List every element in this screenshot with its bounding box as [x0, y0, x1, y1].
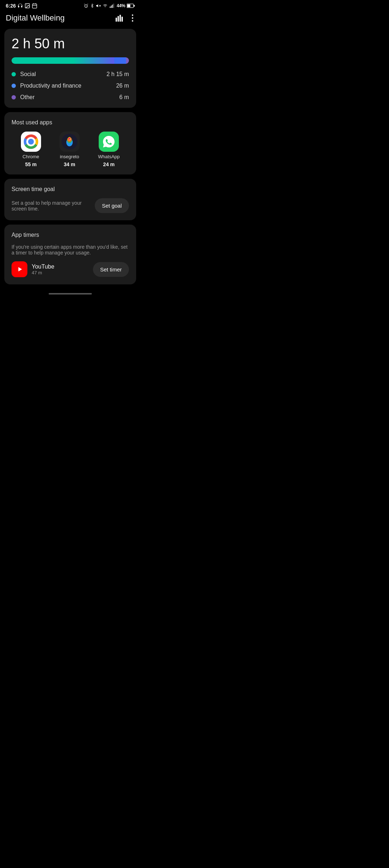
battery-icon: [127, 4, 135, 8]
svg-point-23: [132, 14, 133, 16]
more-icon: [132, 14, 133, 22]
most-used-title: Most used apps: [12, 119, 129, 126]
app-insegreto[interactable]: insegreto 34 m: [59, 132, 80, 167]
svg-rect-13: [111, 5, 112, 8]
cat-productivity-time: 26 m: [116, 83, 129, 89]
headphone-icon: [17, 3, 23, 9]
youtube-icon-wrapper: [12, 261, 27, 277]
app-timers-card: App timers If you're using certain apps …: [4, 225, 136, 284]
svg-rect-22: [121, 17, 123, 22]
youtube-app-name: YouTube: [32, 264, 54, 270]
goal-row: Set a goal to help manage your screen ti…: [12, 198, 129, 213]
apps-row: Chrome 55 m: [12, 132, 129, 167]
set-goal-button[interactable]: Set goal: [95, 198, 129, 213]
svg-point-25: [132, 20, 133, 22]
svg-rect-19: [116, 18, 117, 22]
bar-chart-icon: [115, 14, 123, 22]
set-timer-button[interactable]: Set timer: [93, 262, 129, 277]
cat-social-time: 2 h 15 m: [107, 71, 129, 78]
cat-social-label: Social: [20, 71, 36, 78]
youtube-timer-row: YouTube 47 m Set timer: [12, 261, 129, 277]
home-bar: [49, 293, 92, 294]
app-timers-description: If you're using certain apps more than y…: [12, 244, 129, 256]
screen-time-goal-card: Screen time goal Set a goal to help mana…: [4, 179, 136, 220]
bar-social: [12, 57, 114, 64]
bar-other: [126, 57, 129, 64]
app-chrome[interactable]: Chrome 55 m: [21, 132, 41, 167]
signal-icon: [109, 4, 115, 8]
category-other: Other 6 m: [12, 94, 129, 101]
goal-description: Set a goal to help manage your screen ti…: [12, 200, 90, 212]
category-social: Social 2 h 15 m: [12, 71, 129, 78]
youtube-app-time: 47 m: [32, 270, 54, 275]
whatsapp-time: 24 m: [103, 161, 115, 167]
chrome-time: 55 m: [25, 161, 37, 167]
svg-rect-17: [134, 5, 135, 6]
insegreto-name: insegreto: [60, 154, 79, 159]
whatsapp-icon: [103, 136, 115, 148]
bar-productivity: [114, 57, 126, 64]
app-timers-title: App timers: [12, 232, 129, 238]
usage-card: 2 h 50 m Social 2 h 15 m Productivity an…: [4, 29, 136, 108]
status-right: 44%: [84, 3, 135, 8]
chrome-icon-wrapper: [21, 132, 41, 152]
category-productivity: Productivity and finance 26 m: [12, 83, 129, 89]
home-indicator: [0, 289, 140, 297]
image-icon: [24, 3, 30, 9]
wifi-icon: [102, 4, 108, 8]
svg-rect-21: [120, 15, 121, 22]
youtube-icon: [15, 266, 24, 273]
chrome-icon: [22, 133, 40, 150]
insegreto-time: 34 m: [64, 161, 75, 167]
insegreto-icon-wrapper: [59, 132, 80, 152]
cat-productivity-label: Productivity and finance: [20, 83, 81, 89]
insegreto-icon: [62, 134, 77, 150]
mute-icon: [96, 3, 101, 8]
screen-goal-title: Screen time goal: [12, 186, 129, 192]
calendar-icon: [32, 3, 37, 9]
chrome-name: Chrome: [23, 154, 39, 159]
top-bar: Digital Wellbeing: [0, 10, 140, 29]
svg-rect-2: [32, 4, 37, 8]
dot-productivity: [12, 84, 16, 88]
usage-bar: [12, 57, 129, 64]
usage-total-time: 2 h 50 m: [12, 36, 129, 52]
chart-button[interactable]: [114, 13, 125, 23]
status-left: 6:26: [6, 3, 37, 9]
bluetooth-icon: [90, 3, 94, 8]
cat-other-time: 6 m: [119, 94, 129, 101]
dot-social: [12, 72, 16, 76]
status-bar: 6:26 44%: [0, 0, 140, 10]
svg-point-38: [70, 139, 71, 139]
svg-rect-20: [117, 16, 119, 22]
status-time: 6:26: [6, 3, 16, 9]
svg-rect-18: [127, 4, 130, 7]
battery-level: 44%: [117, 3, 125, 8]
top-bar-icons: [114, 13, 135, 23]
svg-point-11: [105, 7, 105, 8]
svg-point-29: [28, 139, 34, 145]
svg-point-1: [26, 5, 27, 5]
page-title: Digital Wellbeing: [6, 13, 64, 23]
whatsapp-icon-wrapper: [99, 132, 119, 152]
svg-line-8: [86, 6, 86, 6]
whatsapp-name: WhatsApp: [98, 154, 120, 159]
most-used-card: Most used apps Chrome 55 m: [4, 112, 136, 174]
svg-rect-14: [112, 5, 113, 8]
svg-rect-12: [110, 6, 111, 8]
dot-other: [12, 95, 16, 99]
alarm-icon: [84, 3, 89, 8]
cat-other-label: Other: [20, 94, 35, 101]
svg-rect-15: [113, 4, 114, 8]
app-whatsapp[interactable]: WhatsApp 24 m: [98, 132, 120, 167]
svg-point-24: [132, 17, 133, 19]
more-button[interactable]: [130, 13, 135, 23]
